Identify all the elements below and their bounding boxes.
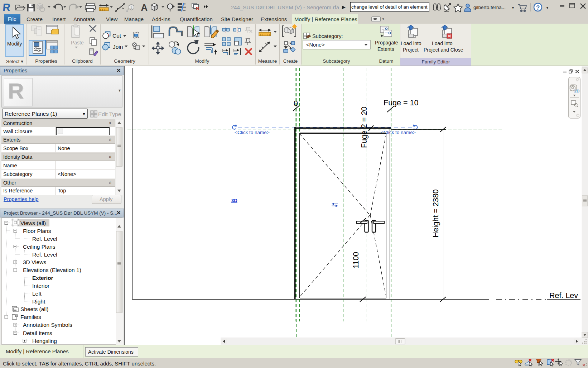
svg-text:Extents: Extents xyxy=(377,46,394,52)
svg-text:1: 1 xyxy=(130,5,132,9)
svg-text:Ceiling Plans: Ceiling Plans xyxy=(23,244,56,250)
svg-text:Height = 2380: Height = 2380 xyxy=(432,189,440,238)
svg-text:0: 0 xyxy=(294,99,298,108)
svg-text:Elevations (Elevation 1): Elevations (Elevation 1) xyxy=(23,267,81,273)
svg-text:Families: Families xyxy=(20,314,41,320)
svg-text:Views (all): Views (all) xyxy=(20,220,46,226)
svg-text:1100: 1100 xyxy=(352,252,360,268)
svg-text:Join: Join xyxy=(113,44,123,50)
svg-text:Project and Close: Project and Close xyxy=(424,47,463,53)
svg-text:Propagate: Propagate xyxy=(375,40,398,46)
svg-text:Modify: Modify xyxy=(7,41,22,47)
svg-text:Interior: Interior xyxy=(32,283,49,289)
svg-text:Right: Right xyxy=(32,298,45,305)
svg-text:Paste: Paste xyxy=(71,40,84,46)
svg-text:<Click to name>: <Click to name> xyxy=(381,130,416,135)
svg-text:<Click to name>: <Click to name> xyxy=(235,130,270,135)
svg-text:Sheets (all): Sheets (all) xyxy=(20,306,48,312)
svg-text:Fuge 2 = 20: Fuge 2 = 20 xyxy=(360,107,368,148)
svg-text:Floor Plans: Floor Plans xyxy=(23,228,51,234)
svg-text:Ref. Lev: Ref. Lev xyxy=(549,291,578,300)
svg-text:Ref. Level: Ref. Level xyxy=(32,236,57,242)
svg-text:Load into: Load into xyxy=(401,40,421,46)
svg-text:Project: Project xyxy=(403,47,419,53)
svg-text:3D: 3D xyxy=(231,198,237,203)
svg-text:Fuge = 10: Fuge = 10 xyxy=(384,99,418,107)
svg-text:<None>: <None> xyxy=(306,42,325,48)
svg-text:Load into: Load into xyxy=(432,40,453,46)
svg-text:Hengsling: Hengsling xyxy=(32,338,57,344)
svg-text:A: A xyxy=(141,3,148,13)
svg-text:Subcategory:: Subcategory: xyxy=(312,33,343,39)
svg-text:Cut: Cut xyxy=(112,33,121,39)
svg-text:Left: Left xyxy=(32,291,42,297)
svg-text:?: ? xyxy=(536,4,540,11)
svg-text:Ref. Level: Ref. Level xyxy=(32,252,57,258)
svg-text:3D Views: 3D Views xyxy=(23,259,46,265)
svg-text:Detail Items: Detail Items xyxy=(23,330,52,336)
svg-text:Exterior: Exterior xyxy=(32,275,53,281)
svg-text:Annotation Symbols: Annotation Symbols xyxy=(23,322,72,328)
svg-text:2D: 2D xyxy=(574,89,580,93)
svg-text:R: R xyxy=(2,1,11,13)
